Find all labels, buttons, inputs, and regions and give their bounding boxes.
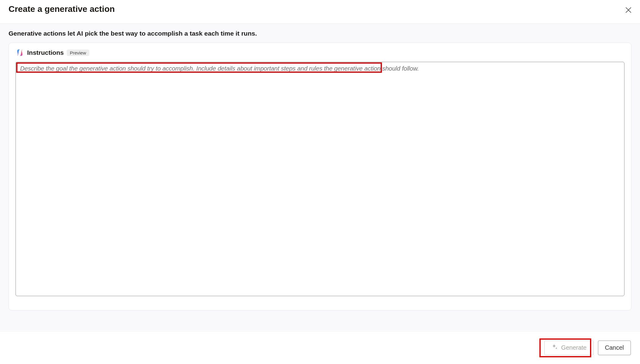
close-button[interactable] (622, 4, 635, 17)
dialog-footer: Generate Cancel (0, 331, 640, 364)
instructions-card-header: Instructions Preview (16, 48, 624, 57)
generate-button[interactable]: Generate (544, 341, 593, 355)
dialog-body: Generative actions let AI pick the best … (0, 24, 640, 331)
instructions-label: Instructions (27, 49, 64, 56)
instructions-textarea-wrap (16, 62, 624, 297)
dialog-title: Create a generative action (9, 4, 115, 14)
dialog-header: Create a generative action (0, 0, 640, 24)
preview-badge: Preview (67, 50, 89, 56)
generate-button-label: Generate (561, 344, 586, 351)
dialog-description: Generative actions let AI pick the best … (9, 24, 631, 43)
instructions-card: Instructions Preview (9, 43, 631, 310)
sparkle-icon (551, 344, 558, 352)
copilot-icon (16, 48, 24, 57)
instructions-textarea[interactable] (16, 62, 624, 296)
cancel-button-label: Cancel (605, 344, 624, 351)
close-icon (624, 10, 632, 15)
cancel-button[interactable]: Cancel (598, 341, 631, 355)
